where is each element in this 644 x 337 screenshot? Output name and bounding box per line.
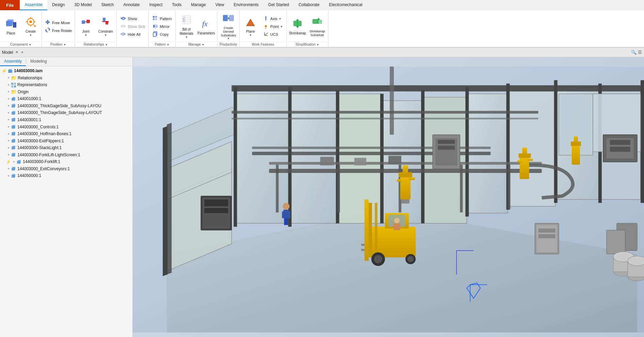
tree-item-hoffman[interactable]: + 144003000_Hoffman-Boxes:1 [0,130,132,138]
part-icon [11,173,16,179]
pattern-button[interactable]: Pattern [151,15,173,22]
relationships-group-label[interactable]: Relationships ▼ [76,42,116,47]
tab-annotate[interactable]: Annotate [119,0,145,10]
parameters-icon: fx [201,18,212,31]
tab-3dmodel[interactable]: 3D Model [69,0,96,10]
svg-rect-107 [554,80,558,203]
hide-all-button[interactable]: Hide All [119,31,146,38]
item-label: 144001000:1 [17,96,41,101]
3d-scene [133,57,644,337]
bom-button[interactable]: fx Bill of Materials ▼ [177,12,196,42]
mirror-button[interactable]: Mirror [151,23,173,30]
constrain-icon [100,16,111,29]
tree-item-forklift[interactable]: ⚡ + 144003000-Forklift:1 [0,158,132,165]
tree-root[interactable]: ⚡ 144003000.iam [0,67,132,74]
free-rotate-button[interactable]: Free Rotate [43,27,73,34]
tree-item-representations[interactable]: + Representations [0,81,132,89]
axis-button[interactable]: Axis ▼ [261,15,284,22]
parameters-button[interactable]: fx Parameters [197,12,216,42]
tab-view[interactable]: View [211,0,229,10]
productivity-group-label[interactable]: Productivity [218,42,239,47]
place-button[interactable]: Place [1,12,20,42]
copy-button[interactable]: Copy [151,31,173,38]
expand-icon[interactable]: + [6,76,11,80]
create-derived-button[interactable]: Create Derived Substitutes ▼ [219,12,238,42]
work-features-group-label[interactable]: Work Features [240,42,286,47]
lightning-icon: ⚡ [1,68,7,74]
show-sick-button[interactable]: Show Sick [119,23,146,30]
expand-icon[interactable]: + [6,139,11,143]
svg-point-151 [374,255,382,263]
constrain-button[interactable]: Constrain ▼ [96,12,115,42]
simplification-group-label[interactable]: Simplification ▼ [287,42,327,47]
tree-item-144050000[interactable]: + 144050000:1 [0,172,132,179]
viewport[interactable] [133,57,644,337]
expand-icon[interactable]: + [6,83,11,87]
bom-label: Bill of Materials [180,28,194,36]
point-button[interactable]: Point ▼ [261,23,284,30]
tree-item-origin[interactable]: + 📁 Origin [0,89,132,95]
create-button[interactable]: Create ▼ [21,12,40,42]
expand-icon[interactable]: + [6,153,11,157]
expand-icon[interactable]: + [12,160,16,164]
model-close[interactable]: ✕ [15,50,18,54]
position-group-label[interactable]: Position ▼ [43,42,74,47]
svg-rect-60 [9,69,12,72]
expand-icon[interactable]: + [6,174,11,178]
svg-rect-173 [204,199,228,206]
tab-sketch[interactable]: Sketch [97,0,119,10]
tab-get-started[interactable]: Get Started [263,0,294,10]
svg-rect-80 [13,146,15,149]
tab-file[interactable]: File [0,0,20,10]
tree-item-144003001[interactable]: + 144003001:1 [0,116,132,124]
joint-button[interactable]: Joint ▼ [76,12,95,42]
tab-assemble[interactable]: Assemble [20,0,47,10]
tab-design[interactable]: Design [47,0,69,10]
svg-marker-48 [265,28,267,29]
tree-item-exitconveyors[interactable]: + 144003000_ExitConveyors:1 [0,165,132,173]
svg-rect-24 [153,18,155,20]
expand-icon[interactable]: + [6,125,11,129]
shrinkwrap-substitute-button[interactable]: Shrinkwrap Substitute [308,12,327,42]
tree-item-thickgage[interactable]: + 144003000_ThickGageSide_SubAssy-LAYOU [0,102,132,110]
menu-icon[interactable]: ☰ [638,50,642,55]
expand-icon[interactable]: + [6,97,11,101]
expand-icon[interactable]: + [6,146,11,150]
tab-manage[interactable]: Manage [186,0,210,10]
plane-button[interactable]: Plane ▼ [241,12,260,42]
tab-assembly[interactable]: Assembly [0,57,26,66]
svg-rect-140 [574,137,578,143]
tab-tools[interactable]: Tools [167,0,186,10]
tab-environments[interactable]: Environments [229,0,263,10]
tab-electromechanical[interactable]: Electromechanical [324,0,367,10]
shrinkwrap-button[interactable]: Shrinkwrap [288,12,307,42]
tab-modeling[interactable]: Modeling [26,57,51,66]
tab-collaborate[interactable]: Collaborate [294,0,324,10]
ucs-button[interactable]: UCS [261,31,284,38]
item-label: 144003000_Controls:1 [17,125,59,129]
expand-icon[interactable]: + [6,104,11,108]
svg-rect-157 [610,140,630,145]
pattern-group-label[interactable]: Pattern ▼ [149,42,174,47]
model-add[interactable]: + [21,50,24,55]
shrinkwrap-icon [292,18,303,31]
tree-item-relationships[interactable]: + 📁 Relationships [0,75,132,81]
tree-item-thingage[interactable]: + 144003000_ThinGageSide_SubAssy-LAYOUT [0,109,132,116]
svg-rect-135 [522,148,527,155]
tab-inspect[interactable]: Inspect [145,0,167,10]
manage-group-label[interactable]: Manage ▼ [176,42,216,47]
show-button[interactable]: Show [119,15,146,22]
component-group-label[interactable]: Component ▼ [1,42,41,47]
expand-icon[interactable]: + [6,132,11,136]
free-move-button[interactable]: Free Move [43,19,73,27]
tree-item-controls[interactable]: + 144003000_Controls:1 [0,123,132,130]
expand-icon[interactable]: + [6,111,11,115]
tree-item-144001000[interactable]: + 144001000:1 [0,95,132,102]
svg-point-4 [29,20,32,23]
expand-icon[interactable]: + [6,167,11,171]
expand-icon[interactable]: + [6,90,11,94]
tree-item-exitflippers[interactable]: + 144003000-ExitFlippers:1 [0,137,132,144]
tree-item-forklift-lightscreen[interactable]: + 144003000-ForklLift-LightScreen:1 [0,151,132,158]
expand-icon[interactable]: + [6,118,11,122]
tree-item-stacklight[interactable]: + 144003000-StackLight:1 [0,144,132,151]
